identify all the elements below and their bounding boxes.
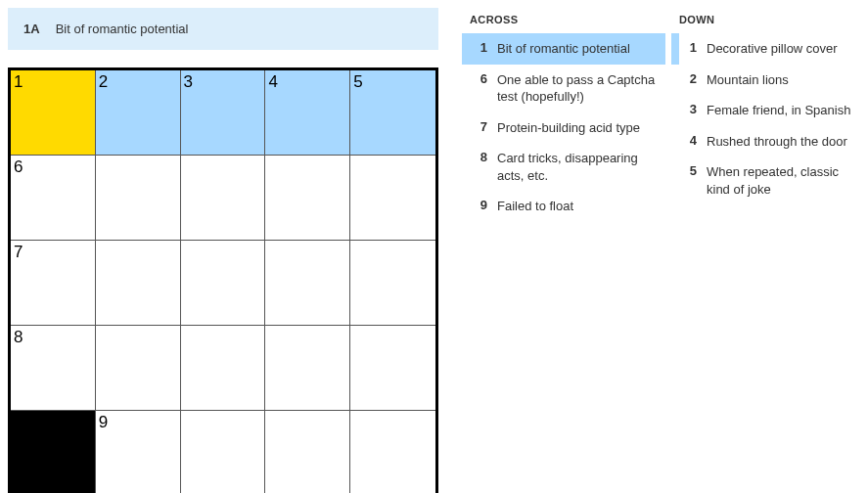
grid-row: 6 [11, 156, 435, 241]
current-clue-bar: 1A Bit of romantic potential [8, 8, 438, 50]
clue-number: 3 [683, 102, 697, 116]
clue-number: 9 [474, 198, 487, 212]
clue-number: 2 [683, 71, 697, 86]
clue-text: Mountain lions [707, 71, 865, 89]
clue-item[interactable]: 6One able to pass a Captcha test (hopefu… [462, 65, 665, 112]
grid-cell[interactable]: 3 [181, 70, 266, 156]
clue-text: One able to pass a Captcha test (hopeful… [497, 71, 656, 106]
grid-cell[interactable] [350, 241, 435, 326]
clue-item[interactable]: 9Failed to float [462, 191, 665, 222]
grid-cell[interactable]: 1 [11, 70, 96, 156]
grid-cell[interactable]: 9 [96, 411, 181, 493]
clue-text: Bit of romantic potential [497, 40, 656, 58]
clue-number: 5 [683, 163, 697, 178]
down-clue-list[interactable]: 1Decorative pillow cover2Mountain lions3… [671, 33, 868, 483]
clue-text: Decorative pillow cover [707, 40, 865, 58]
grid-cell[interactable]: 4 [265, 70, 350, 156]
current-clue-text: Bit of romantic potential [56, 22, 189, 36]
across-heading: ACROSS [462, 8, 665, 33]
clue-text: Female friend, in Spanish [707, 102, 865, 119]
grid-cell[interactable] [265, 241, 350, 326]
clue-text: Card tricks, disappearing acts, etc. [497, 150, 656, 184]
clue-number: 1 [683, 40, 697, 55]
grid-cell[interactable] [265, 156, 350, 241]
cell-number: 7 [14, 243, 23, 262]
grid-cell[interactable] [181, 241, 266, 326]
grid-cell[interactable] [350, 326, 435, 411]
clue-number: 6 [474, 71, 487, 86]
down-clues-column: DOWN 1Decorative pillow cover2Mountain l… [671, 8, 868, 483]
clue-item[interactable]: 4Rushed through the door [671, 126, 868, 157]
clue-item[interactable]: 1Decorative pillow cover [671, 33, 868, 65]
clue-text: Protein-building acid type [497, 119, 656, 137]
grid-cell[interactable]: 8 [11, 326, 96, 411]
grid-row: 9 [11, 411, 435, 493]
grid-cell[interactable] [350, 411, 435, 493]
grid-cell[interactable] [181, 156, 266, 241]
cell-number: 3 [184, 72, 193, 92]
cell-number: 8 [14, 328, 23, 347]
grid-cell[interactable]: 2 [96, 70, 181, 156]
clue-number: 8 [474, 150, 487, 164]
clue-item[interactable]: 7Protein-building acid type [462, 112, 665, 144]
clue-item[interactable]: 1Bit of romantic potential [462, 33, 665, 65]
grid-cell[interactable] [96, 156, 181, 241]
grid-cell[interactable] [181, 411, 266, 493]
down-heading: DOWN [671, 8, 868, 33]
clue-item[interactable]: 8Card tricks, disappearing acts, etc. [462, 143, 665, 191]
grid-row: 7 [11, 241, 435, 326]
clue-text: Rushed through the door [707, 133, 865, 151]
grid-row: 8 [11, 326, 435, 411]
clue-number: 4 [683, 133, 697, 148]
cell-number: 5 [353, 72, 362, 92]
cell-number: 4 [268, 72, 277, 92]
grid-cell[interactable] [265, 411, 350, 493]
across-clues-column: ACROSS 1Bit of romantic potential6One ab… [462, 8, 665, 483]
grid-cell[interactable]: 6 [11, 156, 96, 241]
across-clue-list[interactable]: 1Bit of romantic potential6One able to p… [462, 33, 665, 483]
clue-number: 7 [474, 119, 487, 134]
clue-item[interactable]: 5When repeated, classic kind of joke [671, 157, 868, 204]
grid-row: 12345 [11, 70, 435, 156]
grid-cell[interactable]: 7 [11, 241, 96, 326]
cell-number: 2 [99, 72, 108, 92]
cell-number: 1 [14, 72, 23, 92]
cell-number: 6 [14, 157, 23, 177]
clue-text: Failed to float [497, 198, 656, 215]
clue-text: When repeated, classic kind of joke [707, 163, 865, 198]
crossword-grid[interactable]: 123456789 [8, 67, 438, 493]
current-clue-id: 1A [23, 22, 40, 36]
grid-cell[interactable] [181, 326, 266, 411]
clue-item[interactable]: 3Female friend, in Spanish [671, 95, 868, 126]
grid-cell-block [11, 411, 96, 493]
grid-cell[interactable] [96, 241, 181, 326]
grid-cell[interactable] [96, 326, 181, 411]
grid-cell[interactable] [350, 156, 435, 241]
clue-item[interactable]: 2Mountain lions [671, 65, 868, 96]
grid-cell[interactable] [265, 326, 350, 411]
grid-cell[interactable]: 5 [350, 70, 435, 156]
cell-number: 9 [99, 413, 108, 432]
clue-number: 1 [474, 40, 487, 55]
